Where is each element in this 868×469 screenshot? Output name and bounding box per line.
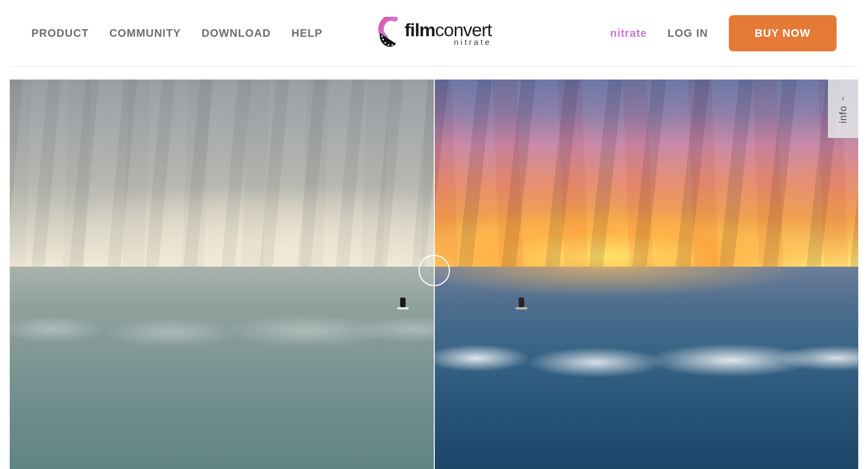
svg-point-3 (387, 44, 389, 45)
info-tab-label: info (838, 105, 849, 123)
svg-point-2 (384, 42, 386, 43)
nav-left: PRODUCT COMMUNITY DOWNLOAD HELP (31, 27, 323, 39)
logo[interactable]: filmconvert nitrate (376, 17, 492, 49)
after-foam (434, 336, 859, 380)
info-tab[interactable]: ‹ info (828, 80, 858, 138)
svg-point-0 (381, 35, 382, 37)
chevron-left-icon: ‹ (842, 94, 845, 102)
after-surfer (519, 298, 524, 307)
nav-help[interactable]: HELP (291, 27, 322, 39)
header: PRODUCT COMMUNITY DOWNLOAD HELP (10, 0, 858, 67)
nav-nitrate[interactable]: nitrate (610, 27, 647, 39)
comparison-handle[interactable] (419, 255, 450, 286)
nav-login[interactable]: LOG IN (668, 27, 708, 39)
before-foam (10, 313, 434, 346)
after-clouds (434, 80, 859, 267)
svg-point-4 (391, 44, 393, 45)
logo-icon (376, 17, 398, 49)
nav-community[interactable]: COMMUNITY (109, 27, 181, 39)
logo-text: filmconvert nitrate (404, 19, 492, 47)
logo-word-bold: film (404, 19, 435, 40)
nav-right: nitrate LOG IN BUY NOW (610, 15, 837, 51)
comparison-hero: ‹ info (10, 80, 858, 469)
logo-subtext: nitrate (454, 37, 492, 47)
before-sea (10, 267, 434, 469)
svg-point-1 (382, 38, 383, 40)
before-clouds (10, 80, 434, 267)
nav-product[interactable]: PRODUCT (31, 27, 89, 39)
before-surfer (400, 298, 406, 307)
buy-now-button[interactable]: BUY NOW (729, 15, 837, 51)
before-pane (10, 80, 434, 469)
after-pane (434, 80, 859, 469)
nav-download[interactable]: DOWNLOAD (201, 27, 271, 39)
